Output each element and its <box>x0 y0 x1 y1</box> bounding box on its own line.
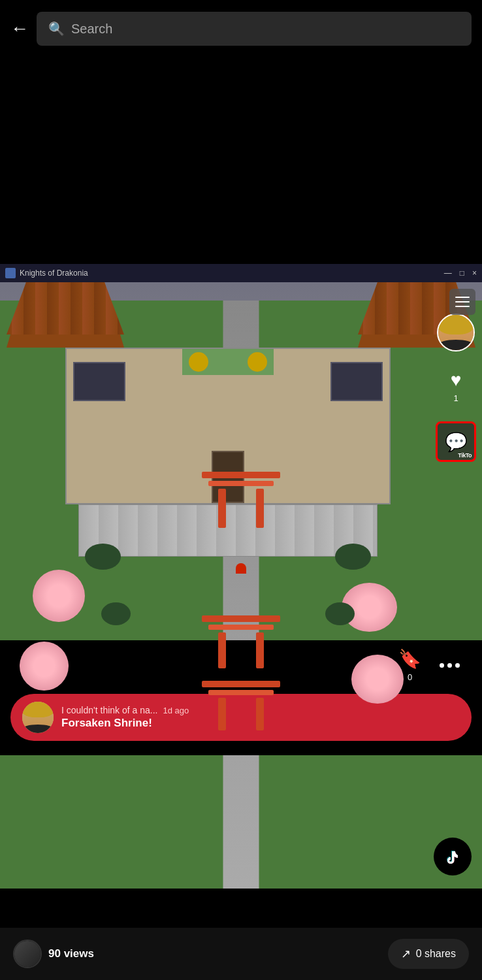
hamburger-menu-button[interactable] <box>449 289 475 315</box>
minimize-button[interactable]: — <box>444 269 452 278</box>
window-title-text: Knights of Drakonia <box>20 269 88 278</box>
dark-bush-1 <box>85 544 121 570</box>
likes-count: 1 <box>453 393 458 403</box>
comment-avatar-collar <box>22 725 54 733</box>
hamburger-line-1 <box>455 297 470 298</box>
cherry-tree-4 <box>351 655 404 704</box>
views-section[interactable]: 90 views <box>13 939 94 968</box>
dark-bush-4 <box>325 602 355 625</box>
shares-chart-icon: ↗ <box>401 947 411 961</box>
roof-left-tiles <box>0 282 131 335</box>
torii-bot-top-beam <box>202 681 280 687</box>
game-scene: ♥ 1 💬 TikTo <box>0 282 482 889</box>
comment-username: I couldn't think of a na... <box>61 705 157 715</box>
player-sprite <box>236 563 246 574</box>
hamburger-line-3 <box>455 306 470 307</box>
torii-gate-top <box>208 472 274 528</box>
maximize-button[interactable]: □ <box>460 269 464 278</box>
cherry-tree-1 <box>33 570 85 622</box>
window-controls: — □ × <box>444 269 477 278</box>
torii-bot-second-beam <box>208 690 274 695</box>
heart-icon: ♥ <box>451 370 462 391</box>
torii-pillars-top <box>208 489 274 528</box>
back-button[interactable]: ← <box>10 20 29 38</box>
torii-bot-pillar-right <box>256 698 264 730</box>
torii-pillar-left <box>218 489 226 528</box>
video-container: Knights of Drakonia — □ × <box>0 264 482 889</box>
comment-avatar-face <box>22 702 54 733</box>
search-icon: 🔍 <box>48 21 65 37</box>
dark-bush-2 <box>335 544 371 570</box>
comment-avatar-hair <box>22 702 54 717</box>
torii-second-beam <box>208 481 274 486</box>
avatar-collar <box>438 340 474 350</box>
creator-avatar[interactable] <box>437 314 475 351</box>
torii-gate-middle <box>208 615 274 668</box>
search-bar[interactable]: 🔍 Search <box>37 12 472 46</box>
torii-mid-pillars <box>208 632 274 668</box>
cherry-tree-3 <box>20 642 69 691</box>
views-avatar-stack <box>13 939 42 968</box>
search-placeholder: Search <box>71 22 112 37</box>
comment-icon: 💬 <box>445 431 468 453</box>
window-titlebar: Knights of Drakonia — □ × <box>0 264 482 282</box>
window-app-icon <box>5 268 16 278</box>
torii-bot-pillars <box>208 698 274 730</box>
close-button[interactable]: × <box>472 269 477 278</box>
avatar-hair <box>438 315 474 335</box>
torii-mid-top-beam <box>202 615 280 622</box>
tiktok-logo-svg <box>441 845 464 868</box>
bookmark-count: 0 <box>408 672 412 682</box>
player-character <box>236 563 246 574</box>
comment-button[interactable]: 💬 TikTo <box>436 421 476 462</box>
tiktok-watermark: TikTo <box>458 452 472 459</box>
views-avatar-img <box>14 941 40 967</box>
torii-top-beam <box>202 472 280 478</box>
comment-time: 1d ago <box>163 706 189 715</box>
tiktok-logo-button[interactable] <box>434 838 472 875</box>
black-space <box>0 68 482 264</box>
shares-button[interactable]: ↗ 0 shares <box>388 939 469 969</box>
bookmark-icon: 🔖 <box>398 648 421 670</box>
dark-bush-3 <box>101 602 131 625</box>
window-title-left: Knights of Drakonia <box>5 268 88 278</box>
views-count-text: 90 views <box>48 947 94 960</box>
torii-mid-pillar-left <box>218 632 226 668</box>
bottom-bar: 90 views ↗ 0 shares <box>0 928 482 980</box>
comment-avatar <box>22 702 54 733</box>
shares-count-text: 0 shares <box>416 948 456 960</box>
building-roof <box>39 282 443 387</box>
header: ← 🔍 Search <box>0 0 482 57</box>
torii-pillar-right <box>256 489 264 528</box>
hamburger-line-2 <box>455 301 470 302</box>
like-action[interactable]: ♥ 1 <box>451 370 462 403</box>
torii-mid-pillar-right <box>256 632 264 668</box>
torii-gate-bottom <box>208 681 274 730</box>
avatar-face <box>438 315 474 350</box>
torii-mid-second-beam <box>208 625 274 630</box>
right-actions: ♥ 1 💬 TikTo <box>430 301 482 889</box>
torii-bot-pillar-left <box>218 698 226 730</box>
